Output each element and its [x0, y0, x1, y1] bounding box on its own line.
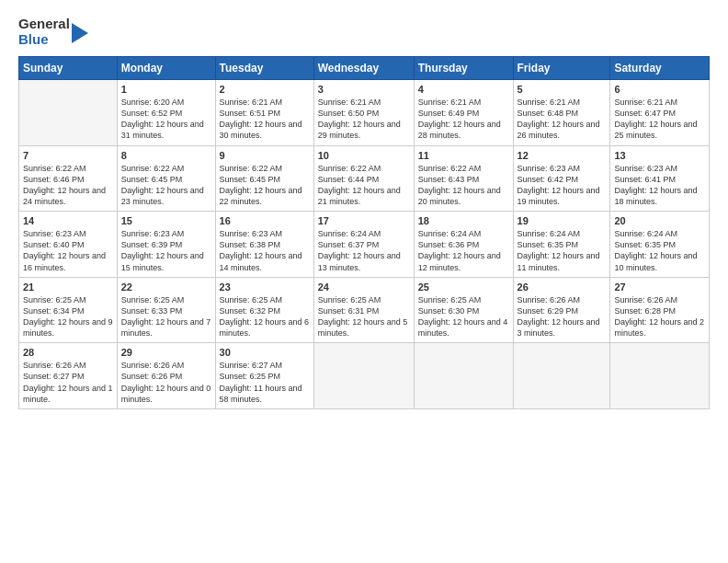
- weekday-header-saturday: Saturday: [610, 57, 710, 80]
- logo: General Blue: [18, 17, 92, 47]
- calendar-cell: [313, 343, 414, 409]
- day-number: 23: [220, 282, 310, 293]
- calendar-week-1: 1Sunrise: 6:20 AMSunset: 6:52 PMDaylight…: [19, 80, 710, 146]
- calendar-week-2: 7Sunrise: 6:22 AMSunset: 6:46 PMDaylight…: [19, 145, 710, 212]
- day-number: 4: [418, 84, 509, 95]
- calendar-week-4: 21Sunrise: 6:25 AMSunset: 6:34 PMDayligh…: [19, 277, 710, 343]
- day-info: Sunrise: 6:26 AMSunset: 6:27 PMDaylight:…: [23, 360, 113, 405]
- calendar-cell: 14Sunrise: 6:23 AMSunset: 6:40 PMDayligh…: [19, 212, 118, 278]
- calendar-cell: 24Sunrise: 6:25 AMSunset: 6:31 PMDayligh…: [313, 277, 414, 343]
- calendar-cell: [513, 343, 610, 409]
- day-info: Sunrise: 6:21 AMSunset: 6:50 PMDaylight:…: [318, 97, 410, 142]
- day-number: 2: [220, 84, 310, 95]
- day-number: 20: [614, 215, 705, 226]
- day-number: 7: [23, 150, 113, 161]
- calendar-cell: 13Sunrise: 6:23 AMSunset: 6:41 PMDayligh…: [610, 145, 710, 212]
- weekday-header-friday: Friday: [513, 57, 610, 80]
- day-number: 10: [318, 150, 410, 161]
- day-number: 8: [121, 150, 211, 161]
- calendar-cell: 4Sunrise: 6:21 AMSunset: 6:49 PMDaylight…: [414, 80, 513, 146]
- day-info: Sunrise: 6:23 AMSunset: 6:38 PMDaylight:…: [220, 228, 310, 273]
- day-info: Sunrise: 6:20 AMSunset: 6:52 PMDaylight:…: [121, 97, 211, 142]
- day-number: 30: [220, 347, 310, 358]
- logo-blue-text: Blue: [18, 32, 70, 48]
- calendar-cell: 16Sunrise: 6:23 AMSunset: 6:38 PMDayligh…: [215, 212, 313, 278]
- day-info: Sunrise: 6:24 AMSunset: 6:35 PMDaylight:…: [614, 228, 705, 273]
- day-number: 3: [318, 84, 410, 95]
- day-info: Sunrise: 6:25 AMSunset: 6:33 PMDaylight:…: [121, 294, 211, 339]
- day-info: Sunrise: 6:22 AMSunset: 6:46 PMDaylight:…: [23, 163, 113, 208]
- day-info: Sunrise: 6:23 AMSunset: 6:41 PMDaylight:…: [614, 163, 705, 208]
- day-number: 17: [318, 215, 410, 226]
- calendar-cell: 19Sunrise: 6:24 AMSunset: 6:35 PMDayligh…: [513, 212, 610, 278]
- day-info: Sunrise: 6:21 AMSunset: 6:48 PMDaylight:…: [518, 97, 607, 142]
- day-info: Sunrise: 6:25 AMSunset: 6:32 PMDaylight:…: [220, 294, 310, 339]
- day-number: 12: [518, 150, 607, 161]
- calendar-cell: 2Sunrise: 6:21 AMSunset: 6:51 PMDaylight…: [215, 80, 313, 146]
- calendar-cell: 6Sunrise: 6:21 AMSunset: 6:47 PMDaylight…: [610, 80, 710, 146]
- day-info: Sunrise: 6:22 AMSunset: 6:43 PMDaylight:…: [418, 163, 509, 208]
- day-number: 9: [220, 150, 310, 161]
- day-number: 18: [418, 215, 509, 226]
- day-info: Sunrise: 6:26 AMSunset: 6:26 PMDaylight:…: [121, 360, 211, 405]
- weekday-header-tuesday: Tuesday: [215, 57, 313, 80]
- calendar-cell: 26Sunrise: 6:26 AMSunset: 6:29 PMDayligh…: [513, 277, 610, 343]
- calendar-cell: 30Sunrise: 6:27 AMSunset: 6:25 PMDayligh…: [215, 343, 313, 409]
- calendar-cell: 17Sunrise: 6:24 AMSunset: 6:37 PMDayligh…: [313, 212, 414, 278]
- calendar-cell: 18Sunrise: 6:24 AMSunset: 6:36 PMDayligh…: [414, 212, 513, 278]
- calendar-cell: 21Sunrise: 6:25 AMSunset: 6:34 PMDayligh…: [19, 277, 118, 343]
- calendar-cell: 23Sunrise: 6:25 AMSunset: 6:32 PMDayligh…: [215, 277, 313, 343]
- day-number: 1: [121, 84, 211, 95]
- calendar-cell: 10Sunrise: 6:22 AMSunset: 6:44 PMDayligh…: [313, 145, 414, 212]
- calendar-cell: 29Sunrise: 6:26 AMSunset: 6:26 PMDayligh…: [117, 343, 215, 409]
- day-number: 11: [418, 150, 509, 161]
- day-info: Sunrise: 6:23 AMSunset: 6:42 PMDaylight:…: [518, 163, 607, 208]
- day-number: 14: [23, 215, 113, 226]
- calendar-week-5: 28Sunrise: 6:26 AMSunset: 6:27 PMDayligh…: [19, 343, 710, 409]
- day-info: Sunrise: 6:21 AMSunset: 6:51 PMDaylight:…: [220, 97, 310, 142]
- calendar-cell: 8Sunrise: 6:22 AMSunset: 6:45 PMDaylight…: [117, 145, 215, 212]
- header: General Blue: [18, 17, 710, 47]
- logo-arrow-icon: [72, 19, 92, 47]
- weekday-header-monday: Monday: [117, 57, 215, 80]
- calendar-cell: 11Sunrise: 6:22 AMSunset: 6:43 PMDayligh…: [414, 145, 513, 212]
- day-number: 21: [23, 282, 113, 293]
- weekday-header-thursday: Thursday: [414, 57, 513, 80]
- day-number: 28: [23, 347, 113, 358]
- day-info: Sunrise: 6:27 AMSunset: 6:25 PMDaylight:…: [220, 360, 310, 405]
- calendar-cell: 12Sunrise: 6:23 AMSunset: 6:42 PMDayligh…: [513, 145, 610, 212]
- calendar-week-3: 14Sunrise: 6:23 AMSunset: 6:40 PMDayligh…: [19, 212, 710, 278]
- weekday-header-sunday: Sunday: [19, 57, 118, 80]
- calendar-cell: 9Sunrise: 6:22 AMSunset: 6:45 PMDaylight…: [215, 145, 313, 212]
- day-number: 15: [121, 215, 211, 226]
- calendar-cell: [19, 80, 118, 146]
- calendar-cell: [610, 343, 710, 409]
- day-number: 27: [614, 282, 705, 293]
- calendar-cell: 25Sunrise: 6:25 AMSunset: 6:30 PMDayligh…: [414, 277, 513, 343]
- day-info: Sunrise: 6:25 AMSunset: 6:31 PMDaylight:…: [318, 294, 410, 339]
- day-number: 22: [121, 282, 211, 293]
- day-info: Sunrise: 6:25 AMSunset: 6:30 PMDaylight:…: [418, 294, 509, 339]
- day-info: Sunrise: 6:22 AMSunset: 6:45 PMDaylight:…: [220, 163, 310, 208]
- calendar-cell: [414, 343, 513, 409]
- day-info: Sunrise: 6:21 AMSunset: 6:47 PMDaylight:…: [614, 97, 705, 142]
- day-info: Sunrise: 6:24 AMSunset: 6:36 PMDaylight:…: [418, 228, 509, 273]
- day-number: 19: [518, 215, 607, 226]
- day-info: Sunrise: 6:24 AMSunset: 6:35 PMDaylight:…: [518, 228, 607, 273]
- day-info: Sunrise: 6:22 AMSunset: 6:44 PMDaylight:…: [318, 163, 410, 208]
- day-info: Sunrise: 6:26 AMSunset: 6:28 PMDaylight:…: [614, 294, 705, 339]
- day-info: Sunrise: 6:23 AMSunset: 6:39 PMDaylight:…: [121, 228, 211, 273]
- day-info: Sunrise: 6:26 AMSunset: 6:29 PMDaylight:…: [518, 294, 607, 339]
- day-info: Sunrise: 6:22 AMSunset: 6:45 PMDaylight:…: [121, 163, 211, 208]
- calendar-cell: 28Sunrise: 6:26 AMSunset: 6:27 PMDayligh…: [19, 343, 118, 409]
- svg-marker-0: [72, 23, 88, 43]
- calendar-cell: 15Sunrise: 6:23 AMSunset: 6:39 PMDayligh…: [117, 212, 215, 278]
- weekday-header-wednesday: Wednesday: [313, 57, 414, 80]
- day-number: 29: [121, 347, 211, 358]
- day-number: 24: [318, 282, 410, 293]
- day-info: Sunrise: 6:25 AMSunset: 6:34 PMDaylight:…: [23, 294, 113, 339]
- calendar: SundayMondayTuesdayWednesdayThursdayFrid…: [18, 56, 710, 409]
- calendar-cell: 7Sunrise: 6:22 AMSunset: 6:46 PMDaylight…: [19, 145, 118, 212]
- day-number: 26: [518, 282, 607, 293]
- day-number: 16: [220, 215, 310, 226]
